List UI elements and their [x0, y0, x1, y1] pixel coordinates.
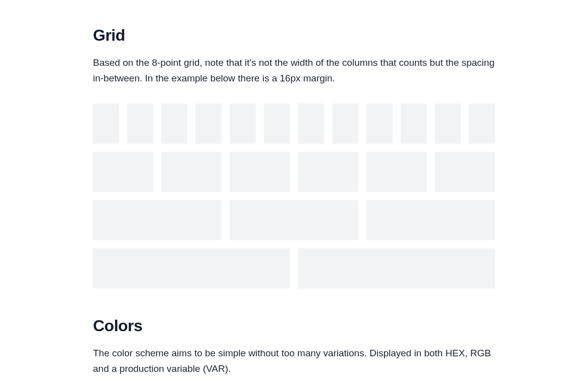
grid-description: Based on the 8-point grid, note that it'…	[93, 55, 495, 86]
grid-row-3	[93, 200, 495, 240]
grid-section: Grid Based on the 8-point grid, note tha…	[93, 26, 495, 288]
grid-cell	[401, 104, 427, 144]
grid-cell	[195, 104, 222, 144]
grid-cell	[127, 104, 153, 144]
grid-cell	[93, 152, 153, 192]
grid-cell	[230, 200, 358, 240]
grid-cell	[93, 104, 119, 144]
colors-section: Colors The color scheme aims to be simpl…	[93, 317, 495, 392]
grid-cell	[366, 200, 495, 240]
grid-cell	[298, 248, 495, 288]
grid-cell	[230, 152, 290, 192]
colors-heading: Colors	[93, 317, 495, 335]
grid-cell	[230, 104, 256, 144]
grid-cell	[298, 152, 358, 192]
grid-cell	[469, 104, 495, 144]
grid-cell	[93, 248, 290, 288]
grid-cell	[366, 104, 393, 144]
grid-demo	[93, 104, 495, 288]
grid-cell	[298, 104, 324, 144]
grid-cell	[264, 104, 290, 144]
grid-row-2	[93, 248, 495, 288]
grid-cell	[366, 152, 427, 192]
grid-heading: Grid	[93, 26, 495, 45]
grid-row-12	[93, 104, 495, 144]
grid-cell	[93, 200, 222, 240]
grid-cell	[435, 152, 495, 192]
grid-cell	[161, 104, 187, 144]
grid-cell	[161, 152, 222, 192]
grid-row-6	[93, 152, 495, 192]
grid-cell	[435, 104, 461, 144]
colors-description: The color scheme aims to be simple witho…	[93, 345, 495, 377]
grid-cell	[332, 104, 358, 144]
